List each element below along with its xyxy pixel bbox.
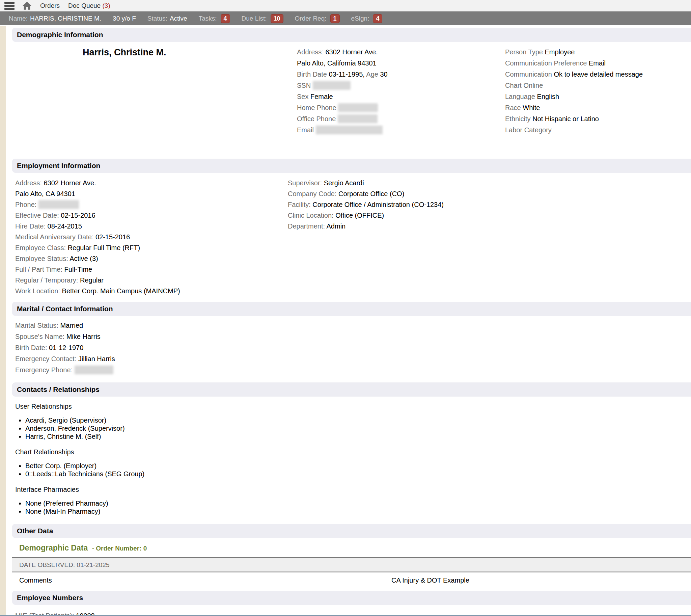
field-label: Effective Date: <box>15 212 61 219</box>
field-label: Person Type <box>505 48 544 56</box>
redacted-value <box>338 103 378 112</box>
list-item: Harris, Christine M. (Self) <box>25 432 691 440</box>
field-label: SSN <box>297 82 313 89</box>
menu-icon[interactable] <box>4 2 15 10</box>
tasks-counter[interactable]: Tasks: 4 <box>199 14 230 23</box>
field-value: English <box>537 93 559 100</box>
field-value: Office (OFFICE) <box>335 212 384 219</box>
redacted-value <box>39 200 79 209</box>
comments-value: CA Injury & DOT Example <box>392 576 469 584</box>
chart-content: Demographic Information Harris, Christin… <box>12 28 691 616</box>
field-label: Clinic Location: <box>288 212 335 219</box>
field-label: Facility: <box>288 201 312 208</box>
field-row: Work Location: Better Corp. Main Campus … <box>15 286 288 296</box>
tasks-badge[interactable]: 4 <box>221 14 230 23</box>
nav-orders[interactable]: Orders <box>40 2 60 9</box>
demographic-name-cell: Harris, Christine M. <box>12 47 297 136</box>
field-label: Work Location: <box>15 287 62 295</box>
field-label: Marital Status: <box>15 322 60 329</box>
field-value: Not Hispanic or Latino <box>532 115 599 123</box>
field-value: White <box>522 104 540 111</box>
field-value: Active (3) <box>69 255 98 262</box>
field-value: 6302 Horner Ave. <box>44 179 96 186</box>
field-value: Admin <box>327 222 346 230</box>
field-value: Corporate Office / Administration (CO-12… <box>312 201 444 208</box>
field-row: Regular / Temporary: Regular <box>15 275 288 286</box>
field-value: Full-Time <box>64 266 92 273</box>
home-icon[interactable] <box>22 1 32 10</box>
field-label: Race <box>505 104 522 111</box>
field-label: Office Phone <box>297 115 338 123</box>
esign-label: eSign: <box>351 15 370 22</box>
redacted-value <box>338 114 378 123</box>
field-value: Ok to leave detailed message <box>554 70 643 78</box>
field-value: Regular Full Time (RFT) <box>68 244 140 251</box>
patient-name-summary[interactable]: Name: HARRIS, CHRISTINE M. <box>9 15 101 22</box>
comments-label: Comments <box>19 576 52 584</box>
field-row: Home Phone <box>297 102 505 113</box>
field-value: Jillian Harris <box>78 355 115 362</box>
field-label: Address: <box>15 179 44 186</box>
field-label: Employee Status: <box>15 255 69 262</box>
field-label: Medical Anniversary Date: <box>15 233 95 241</box>
field-label: Ethnicity <box>505 115 532 123</box>
field-row: Ethnicity Not Hispanic or Latino <box>505 113 691 125</box>
due-list-badge[interactable]: 10 <box>271 14 284 23</box>
field-row: Communication Ok to leave detailed messa… <box>505 69 691 80</box>
list-item: None (Mail-In Pharmacy) <box>25 507 691 515</box>
field-row: Supervisor: Sergio Acardi <box>288 178 691 188</box>
date-observed-row: DATE OBSERVED: 01-21-2025 <box>12 558 691 572</box>
field-value: 01-12-1970 <box>49 344 83 351</box>
comments-row: Comments CA Injury & DOT Example <box>12 572 691 589</box>
status-label: Status: <box>148 15 168 22</box>
home-icon-glyph <box>22 1 32 10</box>
section-header-other-data: Other Data <box>12 524 691 538</box>
field-label: Spouse's Name: <box>15 333 66 340</box>
field-row: Department: Admin <box>288 221 691 232</box>
patient-header-bar: Name: HARRIS, CHRISTINE M. 30 y/o F Stat… <box>0 12 691 25</box>
esign-badge[interactable]: 4 <box>373 14 382 23</box>
due-list-counter[interactable]: Due List: 10 <box>242 14 284 23</box>
demographic-data-subheader: Demographic Data - Order Number: 0 <box>12 543 691 554</box>
order-req-label: Order Req: <box>295 15 327 22</box>
field-label: Hire Date: <box>15 222 48 230</box>
field-row: Chart Online <box>505 80 691 91</box>
field-row: Clinic Location: Office (OFFICE) <box>288 210 691 221</box>
tasks-label: Tasks: <box>199 15 217 22</box>
top-toolbar: Orders Doc Queue (3) <box>0 0 691 12</box>
employee-chart-page: Orders Doc Queue (3) Name: HARRIS, CHRIS… <box>0 0 691 616</box>
status-indicator: Status: Active <box>148 15 187 22</box>
field-row: Birth Date: 01-12-1970 <box>15 342 691 353</box>
field-label: Phone: <box>15 201 39 208</box>
field-label: Age <box>365 70 380 78</box>
order-req-counter[interactable]: Order Req: 1 <box>295 14 340 23</box>
field-label: Language <box>505 93 537 100</box>
field-label: Communication Preference <box>505 60 589 67</box>
field-row: Full / Part Time: Full-Time <box>15 264 288 275</box>
status-value: Active <box>170 15 187 22</box>
field-value: Married <box>60 322 83 329</box>
field-value: 02-15-2016 <box>61 212 95 219</box>
field-row: Spouse's Name: Mike Harris <box>15 331 691 342</box>
demographic-data-link[interactable]: Demographic Data <box>19 544 88 552</box>
nav-doc-queue[interactable]: Doc Queue (3) <box>68 2 110 9</box>
field-value: Regular <box>80 277 104 284</box>
field-row: Sex Female <box>297 91 505 102</box>
order-number: - Order Number: 0 <box>92 545 147 552</box>
field-label: Chart Online <box>505 82 543 89</box>
field-value: Palo Alto, CA 94301 <box>15 190 75 197</box>
user-relationships-title: User Relationships <box>15 402 691 411</box>
field-value: 6302 Horner Ave. <box>325 48 378 56</box>
interface-pharmacies-title: Interface Pharmacies <box>15 485 691 494</box>
field-label: Emergency Phone: <box>15 366 74 374</box>
field-label: Company Code: <box>288 190 338 197</box>
field-row: Office Phone <box>297 113 505 125</box>
order-req-badge[interactable]: 1 <box>330 14 340 23</box>
patient-name: Harris, Christine M. <box>83 47 297 58</box>
field-row: Medical Anniversary Date: 02-15-2016 <box>15 232 288 242</box>
field-value: Mike Harris <box>66 333 101 340</box>
field-row: Employee Status: Active (3) <box>15 253 288 264</box>
redacted-value <box>316 126 383 134</box>
esign-counter[interactable]: eSign: 4 <box>351 14 383 23</box>
section-header-marital: Marital / Contact Information <box>12 302 691 316</box>
